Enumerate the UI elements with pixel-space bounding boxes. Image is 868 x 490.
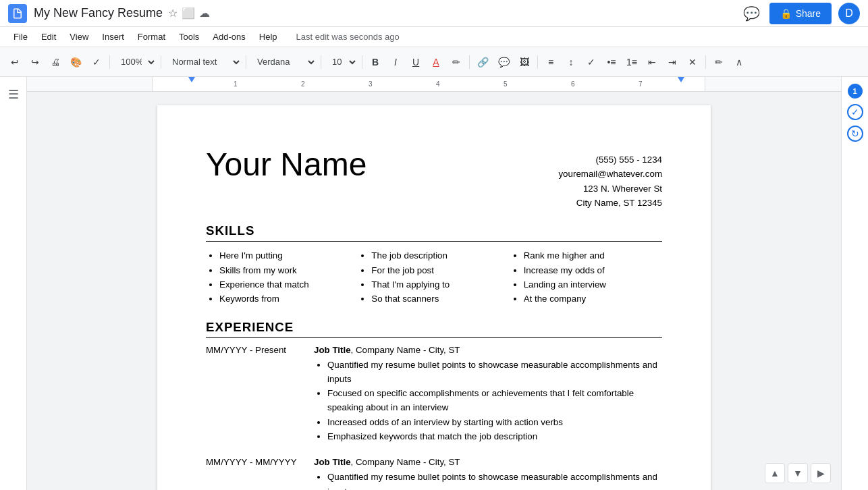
page-count-badge: 1 [848,84,863,99]
skill-item[interactable]: That I'm applying to [371,277,510,292]
print-button[interactable]: 🖨 [46,53,65,72]
skill-item[interactable]: Increase my odds of [524,263,662,277]
skill-item[interactable]: Landing an interview [524,277,662,292]
indent-increase-button[interactable]: ⇥ [663,53,682,72]
text-color-button[interactable]: A [427,53,445,72]
image-button[interactable]: 🖼 [515,53,534,72]
skill-item[interactable]: Skills from my work [219,263,358,277]
ruler-right-indent[interactable] [678,77,684,82]
skill-item[interactable]: So that scanners [371,292,510,306]
clear-format-button[interactable]: ✕ [683,53,702,72]
numbered-list-button[interactable]: 1≡ [622,53,641,72]
ruler-mark-6: 6 [571,80,575,88]
scroll-right-button[interactable]: ▶ [811,463,831,483]
job-title-1[interactable]: Job Title, Company Name - City, ST [314,345,662,355]
skill-item[interactable]: For the job post [371,263,510,277]
skill-item[interactable]: The job description [371,248,510,263]
skill-item[interactable]: At the company [524,292,662,306]
job-title-2[interactable]: Job Title, Company Name - City, ST [314,457,662,467]
content-area: 1 2 3 4 5 6 7 Your Name (555) 555 - 1234… [27,77,841,490]
underline-button[interactable]: U [406,53,425,72]
menu-edit[interactable]: Edit [36,30,61,44]
ruler-left-indent[interactable] [188,77,195,82]
cloud-icon[interactable]: ☁ [199,7,210,20]
separator-7 [537,55,538,69]
job-content-1: Job Title, Company Name - City, ST Quant… [314,345,662,444]
text-style-select[interactable]: Normal text Heading 1 Heading 2 Title [165,53,242,72]
undo-button[interactable]: ↩ [5,53,24,72]
menu-file[interactable]: File [8,30,33,44]
skills-title: SKILLS [206,223,662,238]
job-bullet[interactable]: Quantified my resume bullet points to sh… [327,358,662,387]
doc-page[interactable]: Your Name (555) 555 - 1234 youremail@wha… [157,105,711,490]
paint-format-button[interactable]: 🎨 [66,53,86,72]
contact-email[interactable]: youremail@whatever.com [558,167,662,181]
job-bullet[interactable]: Focused on specific accomplishments or a… [327,386,662,415]
scroll-nav: ▲ ▼ ▶ [765,463,831,483]
avatar[interactable]: D [838,3,860,24]
separator-1 [109,55,110,69]
menu-addons[interactable]: Add-ons [207,30,250,44]
experience-divider [206,337,662,338]
right-nav-button[interactable]: ↻ [847,126,863,142]
separator-8 [705,55,706,69]
checklist-button[interactable]: ✓ [582,53,601,72]
zoom-select[interactable]: 100% 75% 125% 150% [113,53,157,72]
scroll-down-button[interactable]: ▼ [788,463,808,483]
doc-title[interactable]: My New Fancy Resume [34,6,163,20]
scroll-up-button[interactable]: ▲ [765,463,785,483]
expand-button[interactable]: ∧ [730,53,749,72]
contact-city[interactable]: City Name, ST 12345 [558,196,662,210]
separator-3 [246,55,246,69]
separator-4 [321,55,321,69]
menu-view[interactable]: View [64,30,94,44]
bold-button[interactable]: B [366,53,385,72]
editing-mode-button[interactable]: ✏ [709,53,728,72]
job-date-2: MM/YYYY - MM/YYYY [206,457,314,490]
ruler-content: 1 2 3 4 5 6 7 [152,77,705,91]
italic-button[interactable]: I [386,53,405,72]
contact-address[interactable]: 123 N. Wherever St [558,182,662,196]
job-title-bold-2: Job Title [314,457,351,467]
indent-decrease-button[interactable]: ⇤ [643,53,661,72]
align-button[interactable]: ≡ [541,53,560,72]
resume-name[interactable]: Your Name [206,146,367,183]
font-select[interactable]: Verdana Arial Times New Roman [250,53,317,72]
font-size-select[interactable]: 10 8 12 14 18 24 [325,53,358,72]
comment-button[interactable]: 💬 [740,3,763,24]
menu-help[interactable]: Help [254,30,283,44]
title-right: 💬 🔒 Share D [740,3,860,24]
bullet-list-button[interactable]: •≡ [602,53,621,72]
spell-check-button[interactable]: ✓ [87,53,106,72]
link-button[interactable]: 🔗 [473,53,493,72]
skills-list-2: The job description For the job post Tha… [358,248,510,306]
folder-icon[interactable]: ⬜ [182,7,195,20]
menu-format[interactable]: Format [132,30,171,44]
ruler-mark-5: 5 [504,80,508,88]
share-button[interactable]: 🔒 Share [769,3,832,24]
job-bullet[interactable]: Quantified my resume bullet points to sh… [327,470,662,490]
line-spacing-button[interactable]: ↕ [562,53,580,72]
menu-tools[interactable]: Tools [173,30,205,44]
contact-phone[interactable]: (555) 555 - 1234 [558,153,662,167]
job-bullet[interactable]: Increased odds of an interview by starti… [327,415,662,429]
right-check-button[interactable]: ✓ [847,104,863,120]
job-company-1: , Company Name - City, ST [351,345,460,355]
menu-insert[interactable]: Insert [97,30,130,44]
comment-insert-button[interactable]: 💬 [494,53,514,72]
skill-item[interactable]: Experience that match [219,277,358,292]
title-bar: My New Fancy Resume ☆ ⬜ ☁ 💬 🔒 Share D [0,0,868,27]
ruler-mark-2: 2 [301,80,305,88]
star-icon[interactable]: ☆ [168,7,178,20]
sidebar-outline-button[interactable]: ☰ [3,84,24,105]
doc-scroll[interactable]: Your Name (555) 555 - 1234 youremail@wha… [27,92,841,490]
job-entry-2: MM/YYYY - MM/YYYY Job Title, Company Nam… [206,457,662,490]
skill-item[interactable]: Here I'm putting [219,248,358,263]
highlight-button[interactable]: ✏ [447,53,466,72]
job-bullets-2: Quantified my resume bullet points to sh… [314,470,662,490]
skill-item[interactable]: Rank me higher and [524,248,662,263]
job-bullet[interactable]: Emphasized keywords that match the job d… [327,429,662,443]
experience-section: EXPERIENCE MM/YYYY - Present Job Title, … [206,320,662,491]
skill-item[interactable]: Keywords from [219,292,358,306]
redo-button[interactable]: ↪ [26,53,45,72]
